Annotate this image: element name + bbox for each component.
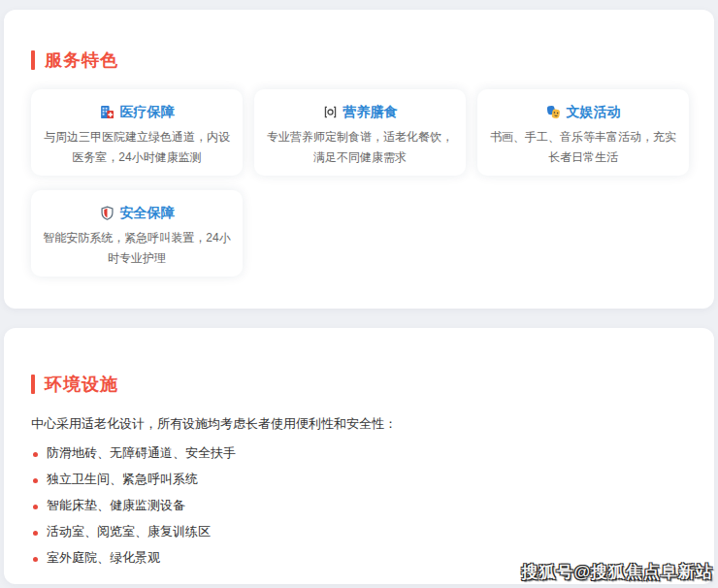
feature-card-title: 营养膳食 (343, 102, 398, 121)
hospital-icon (100, 105, 114, 119)
facility-item-text: 室外庭院、绿化景观 (47, 550, 160, 565)
features-section: 服务特色 医疗保障 (4, 10, 714, 309)
heading-accent-bar (31, 375, 35, 394)
feature-card-desc: 智能安防系统，紧急呼叫装置，24小时专业护理 (43, 228, 231, 269)
facility-item-text: 智能床垫、健康监测设备 (47, 498, 185, 512)
theater-masks-icon (546, 105, 561, 119)
facilities-heading: 环境设施 (31, 373, 685, 396)
feature-card-title-row: 医疗保障 (43, 102, 231, 121)
feature-card-desc: 书画、手工、音乐等丰富活动，充实长者日常生活 (489, 127, 677, 168)
feature-card-title: 文娱活动 (567, 102, 621, 121)
feature-card-desc: 与周边三甲医院建立绿色通道，内设医务室，24小时健康监测 (43, 127, 231, 168)
feature-card-activities: 文娱活动 书画、手工、音乐等丰富活动，充实长者日常生活 (477, 89, 689, 176)
feature-cards-grid: 医疗保障 与周边三甲医院建立绿色通道，内设医务室，24小时健康监测 营养膳食 专… (31, 89, 689, 277)
facilities-intro: 中心采用适老化设计，所有设施均考虑长者使用便利性和安全性： (31, 415, 685, 433)
feature-card-dining: 营养膳食 专业营养师定制食谱，适老化餐饮，满足不同健康需求 (254, 89, 466, 176)
feature-card-title-row: 文娱活动 (489, 102, 677, 121)
sohu-watermark: 搜狐号@搜狐焦点阜新站 (521, 561, 713, 583)
feature-card-title: 安全保障 (120, 203, 175, 222)
feature-card-title-row: 安全保障 (43, 203, 231, 222)
heading-accent-bar (31, 50, 35, 70)
dining-icon (323, 105, 338, 119)
facility-list: 防滑地砖、无障碍通道、安全扶手 独立卫生间、紧急呼叫系统 智能床垫、健康监测设备… (31, 445, 685, 566)
features-heading: 服务特色 (31, 49, 689, 72)
bullet-dot (33, 531, 38, 536)
facilities-section: 环境设施 中心采用适老化设计，所有设施均考虑长者使用便利性和安全性： 防滑地砖、… (4, 328, 714, 584)
facility-item-text: 活动室、阅览室、康复训练区 (47, 524, 211, 539)
feature-card-title-row: 营养膳食 (266, 102, 454, 121)
feature-card-security: 安全保障 智能安防系统，紧急呼叫装置，24小时专业护理 (31, 190, 243, 277)
bullet-dot (33, 452, 38, 457)
feature-card-desc: 专业营养师定制食谱，适老化餐饮，满足不同健康需求 (266, 127, 454, 168)
facility-list-item: 智能床垫、健康监测设备 (31, 498, 685, 513)
facility-item-text: 独立卫生间、紧急呼叫系统 (47, 472, 198, 486)
feature-card-medical: 医疗保障 与周边三甲医院建立绿色通道，内设医务室，24小时健康监测 (31, 89, 243, 176)
facility-list-item: 防滑地砖、无障碍通道、安全扶手 (31, 445, 685, 461)
facilities-section-title: 环境设施 (45, 373, 118, 396)
bullet-dot (33, 505, 38, 509)
bullet-dot (33, 557, 38, 562)
features-section-title: 服务特色 (45, 49, 118, 72)
feature-card-title: 医疗保障 (120, 102, 175, 121)
facility-list-item: 独立卫生间、紧急呼叫系统 (31, 472, 685, 487)
shield-icon (100, 206, 114, 220)
facility-item-text: 防滑地砖、无障碍通道、安全扶手 (47, 445, 236, 460)
facility-list-item: 活动室、阅览室、康复训练区 (31, 524, 685, 539)
bullet-dot (33, 478, 38, 483)
